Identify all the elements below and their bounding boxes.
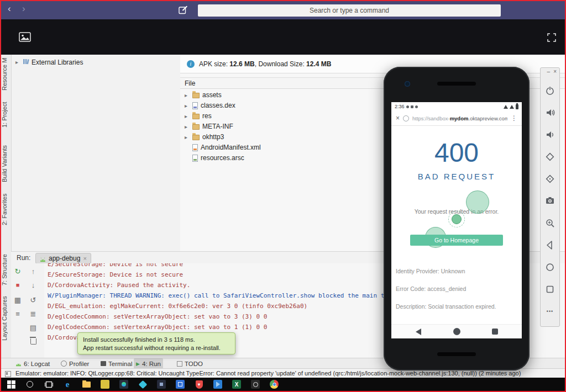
tab-terminal[interactable]: Terminal xyxy=(98,358,134,369)
tool-window-project[interactable]: 1: Project xyxy=(1,99,11,131)
nav-back-button[interactable] xyxy=(416,329,421,335)
console-line: E/SecureStorage: Device is not secure xyxy=(48,270,183,280)
run-toolbar: ↻ ■ ▦ ≡ ↑ ↓ ↺ ≣ ▤ xyxy=(11,263,45,358)
run-tab-app-debug[interactable]: app-debug × xyxy=(35,253,91,264)
url-text[interactable]: https://sandbox-mydom.oktapreview.com xyxy=(412,115,507,121)
emulator-home-button[interactable] xyxy=(544,261,556,273)
volume-up-button[interactable] xyxy=(544,107,556,119)
expand-arrow-icon[interactable]: ▸ xyxy=(185,103,190,109)
rotate-right-button[interactable] xyxy=(544,173,556,185)
taskbar-android-studio-icon[interactable] xyxy=(118,379,129,390)
taskbar-excel-icon[interactable]: X xyxy=(231,379,242,390)
android-icon xyxy=(40,256,46,261)
console-history-button[interactable]: ↺ xyxy=(29,295,38,304)
clear-console-button[interactable] xyxy=(29,337,38,346)
external-libraries-node[interactable]: ▸ External Libraries xyxy=(15,58,83,66)
error-code-heading: 400 xyxy=(391,137,522,168)
tab-profiler[interactable]: Profiler xyxy=(59,358,91,369)
error-detail-code: Error Code: access_denied xyxy=(396,285,466,292)
taskbar-start-button[interactable] xyxy=(6,379,17,390)
close-tab-icon[interactable]: × xyxy=(83,255,86,262)
taskbar-file-explorer-icon[interactable] xyxy=(81,379,92,390)
soft-wrap-button[interactable]: ≣ xyxy=(29,309,38,318)
run-label: Run: xyxy=(17,254,30,262)
zoom-button[interactable] xyxy=(544,217,556,229)
expand-arrow-icon[interactable]: ▸ xyxy=(185,124,190,130)
up-stack-trace-button[interactable]: ↑ xyxy=(29,267,38,276)
rerun-button[interactable]: ↻ xyxy=(13,267,22,276)
apk-tree-item-classes-dex[interactable]: ▸ classes.dex xyxy=(185,100,235,110)
apk-tree-item-resources-arsc[interactable]: resources.arsc xyxy=(185,153,244,163)
chrome-url-bar[interactable]: × https://sandbox-mydom.oktapreview.com … xyxy=(391,111,522,126)
tool-window-resource-manager[interactable]: Resource M xyxy=(1,57,11,91)
tab-logcat[interactable]: 6: Logcat xyxy=(13,358,52,369)
expand-arrow-icon[interactable]: ▸ xyxy=(185,113,190,119)
print-button[interactable]: ▤ xyxy=(29,323,38,332)
tool-window-toggle-icon[interactable] xyxy=(5,371,11,377)
taskbar-security-shield-icon[interactable]: ♥ xyxy=(193,379,205,390)
taskbar-vscode-icon[interactable] xyxy=(212,379,223,390)
console-line: E/SecureStorage: Device is not secure xyxy=(48,263,183,269)
desktop: ‹ › Search or type a command Resource M … xyxy=(0,0,566,392)
status-icon xyxy=(411,105,413,108)
page-info-icon[interactable] xyxy=(403,115,409,121)
expand-arrow-icon[interactable]: ▸ xyxy=(15,59,20,65)
down-stack-trace-button[interactable]: ↓ xyxy=(29,280,38,289)
apk-tree-item-okhttp3[interactable]: ▸ okhttp3 xyxy=(185,132,224,142)
more-options-button[interactable]: ••• xyxy=(544,305,556,317)
apk-tree-item-meta-inf[interactable]: ▸ META-INF xyxy=(185,121,233,131)
tab-todo[interactable]: TODO xyxy=(175,358,205,369)
taskbar-notes-icon[interactable] xyxy=(99,379,111,390)
forward-button[interactable]: › xyxy=(22,3,25,14)
taskbar-gem-app-icon[interactable] xyxy=(137,379,148,390)
phone-screen[interactable]: 2:36 × https://sandbox-mydom.oktapreview… xyxy=(391,102,522,338)
image-icon[interactable] xyxy=(19,32,31,44)
project-panel: ▸ External Libraries xyxy=(11,55,181,252)
taskbar-camera-icon[interactable] xyxy=(250,379,261,390)
taskbar-chrome-icon[interactable] xyxy=(269,379,280,390)
apk-tree-item-androidmanifest[interactable]: AndroidManifest.xml xyxy=(185,142,261,152)
taskbar-task-view-icon[interactable] xyxy=(43,379,54,390)
dex-file-icon xyxy=(192,102,198,109)
tooltip-line-2: App restart successful without requiring… xyxy=(83,344,230,352)
go-to-homepage-button[interactable]: Go to Homepage xyxy=(410,235,503,246)
emulator-back-button[interactable] xyxy=(544,239,556,251)
apk-tree-item-res[interactable]: ▸ res xyxy=(185,111,212,121)
taskbar-edge-icon[interactable]: e xyxy=(62,379,73,390)
close-window-button[interactable]: × xyxy=(553,68,557,75)
browser-menu-icon[interactable]: ⋮ xyxy=(511,114,517,122)
expand-arrow-icon[interactable]: ▸ xyxy=(185,92,190,98)
tool-window-favorites[interactable]: 2: Favorites xyxy=(1,190,11,228)
tab-run[interactable]: ▶ 4: Run xyxy=(134,358,163,369)
status-icon xyxy=(415,105,418,108)
emulator-overview-button[interactable] xyxy=(544,283,556,295)
power-button[interactable] xyxy=(544,84,556,97)
tool-window-layout-captures[interactable]: Layout Captures xyxy=(1,294,11,343)
new-chat-icon[interactable] xyxy=(178,5,188,15)
taskbar-blue-window-icon[interactable] xyxy=(175,379,186,390)
taskbar-dark-app-icon[interactable] xyxy=(156,379,167,390)
taskbar-search-icon[interactable] xyxy=(24,379,35,390)
volume-down-button[interactable] xyxy=(544,129,556,141)
folder-icon xyxy=(192,135,200,140)
info-icon: i xyxy=(187,60,195,68)
tool-window-build-variants[interactable]: Build Variants xyxy=(1,142,11,185)
close-icon[interactable]: × xyxy=(396,114,400,122)
screenshot-button[interactable] xyxy=(544,195,556,207)
layout-grid-button[interactable]: ▦ xyxy=(13,295,22,304)
nav-overview-button[interactable] xyxy=(492,329,498,335)
todo-icon xyxy=(177,361,182,367)
rotate-left-button[interactable] xyxy=(544,151,556,163)
restore-layout-button[interactable]: ≡ xyxy=(13,309,22,318)
tool-window-structure[interactable]: 7: Structure xyxy=(1,251,11,289)
error-detail-description: Description: Social transaction expired. xyxy=(396,303,496,310)
back-button[interactable]: ‹ xyxy=(8,3,11,14)
search-input[interactable]: Search or type a command xyxy=(198,4,501,17)
expand-arrow-icon[interactable]: ▸ xyxy=(185,134,190,140)
apk-tree-item-assets[interactable]: ▸ assets xyxy=(185,90,222,100)
minimize-window-button[interactable]: – xyxy=(547,68,550,75)
nav-home-button[interactable] xyxy=(453,328,460,335)
stop-button[interactable]: ■ xyxy=(13,280,22,289)
library-icon xyxy=(23,58,29,66)
fullscreen-icon[interactable] xyxy=(547,33,556,44)
